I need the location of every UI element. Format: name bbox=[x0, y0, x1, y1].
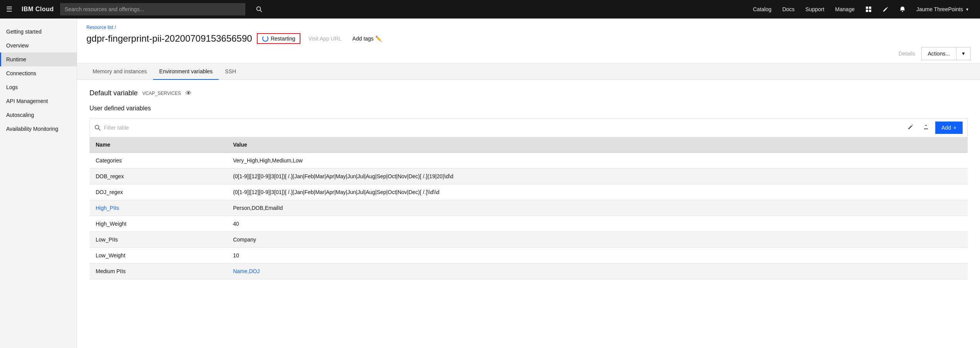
restarting-button[interactable]: Restarting bbox=[257, 33, 301, 44]
table-cell-value: Very_High,High,Medium,Low bbox=[227, 153, 968, 169]
table-row: Low_Weight10 bbox=[89, 248, 968, 264]
add-label: Add bbox=[941, 125, 951, 131]
tabs-row: Memory and instances Environment variabl… bbox=[77, 64, 980, 80]
sidebar-item-runtime[interactable]: Runtime bbox=[0, 52, 77, 66]
table-cell-value[interactable]: Name,DOJ bbox=[227, 264, 968, 279]
search-input[interactable] bbox=[60, 3, 245, 15]
page-header: Resource list / gdpr-fingerprint-pii-202… bbox=[77, 19, 980, 44]
table-cell-value: (0[1-9]|[12][0-9]|3[01])[ /.](Jan|Feb|Ma… bbox=[227, 169, 968, 184]
svg-rect-5 bbox=[869, 10, 871, 12]
table-cell-name: Medium PIIs bbox=[89, 264, 227, 279]
sidebar-item-availability-monitoring[interactable]: Availability Monitoring bbox=[0, 122, 77, 136]
table-row: DOB_regex(0[1-9]|[12][0-9]|3[01])[ /.](J… bbox=[89, 169, 968, 184]
table-row: DOJ_regex(0[1-9]|[12][0-9]|3[01])[ /.](J… bbox=[89, 184, 968, 200]
support-link[interactable]: Support bbox=[801, 0, 829, 19]
column-value-header: Value bbox=[227, 137, 968, 153]
details-link[interactable]: Details bbox=[899, 51, 915, 57]
table-row: High_PIIsPerson,DOB,EmailId bbox=[89, 200, 968, 216]
main-content: Resource list / gdpr-fingerprint-pii-202… bbox=[77, 19, 980, 348]
restarting-spinner-icon bbox=[262, 35, 268, 42]
table-cell-name: DOB_regex bbox=[89, 169, 227, 184]
menu-icon[interactable]: ☰ bbox=[6, 5, 12, 14]
edit-pencil-icon: ✏️ bbox=[375, 35, 382, 42]
header-actions-row: Details Actions... ▼ bbox=[77, 44, 980, 64]
table-cell-value: 40 bbox=[227, 216, 968, 232]
table-cell-name: Low_PIIs bbox=[89, 232, 227, 248]
vcap-badge: VCAP_SERVICES bbox=[142, 91, 181, 96]
sidebar-item-overview[interactable]: Overview bbox=[0, 39, 77, 52]
switcher-icon[interactable] bbox=[861, 0, 876, 19]
content-area: Default variable VCAP_SERVICES 👁 User de… bbox=[77, 80, 980, 289]
resource-list-link[interactable]: Resource list bbox=[86, 25, 113, 30]
table-cell-name: Low_Weight bbox=[89, 248, 227, 264]
visit-app-url-button[interactable]: Visit App URL bbox=[305, 34, 344, 43]
actions-label: Actions... bbox=[922, 47, 957, 60]
tab-memory-instances[interactable]: Memory and instances bbox=[86, 64, 153, 80]
sidebar-item-getting-started[interactable]: Getting started bbox=[0, 25, 77, 39]
edit-icon[interactable] bbox=[878, 0, 893, 19]
default-variable-title: Default variable bbox=[89, 89, 138, 97]
actions-chevron-icon: ▼ bbox=[956, 48, 970, 59]
user-defined-title: User defined variables bbox=[89, 105, 968, 112]
page-title-row: gdpr-fingerprint-pii-20200709153656590 R… bbox=[86, 33, 971, 44]
user-name: Jaume ThreePoints bbox=[916, 6, 963, 12]
table-cell-value: Company bbox=[227, 232, 968, 248]
docs-link[interactable]: Docs bbox=[778, 0, 799, 19]
sidebar-item-connections[interactable]: Connections bbox=[0, 66, 77, 80]
table-row: High_Weight40 bbox=[89, 216, 968, 232]
svg-rect-4 bbox=[866, 10, 868, 12]
svg-line-1 bbox=[260, 10, 262, 12]
table-cell-name: DOJ_regex bbox=[89, 184, 227, 200]
filter-search-icon bbox=[94, 125, 101, 131]
breadcrumb-separator: / bbox=[115, 25, 116, 30]
search-icon bbox=[256, 6, 262, 12]
add-tags-label: Add tags bbox=[353, 35, 374, 42]
add-plus-icon: + bbox=[953, 125, 956, 131]
table-row: Low_PIIsCompany bbox=[89, 232, 968, 248]
user-chevron-icon: ▼ bbox=[965, 7, 969, 12]
table-row: Medium PIIsName,DOJ bbox=[89, 264, 968, 279]
user-menu[interactable]: Jaume ThreePoints ▼ bbox=[912, 0, 974, 19]
svg-rect-2 bbox=[866, 7, 868, 9]
edit-toolbar-icon[interactable] bbox=[904, 122, 917, 133]
page-title: gdpr-fingerprint-pii-20200709153656590 bbox=[86, 33, 252, 44]
upload-toolbar-icon[interactable] bbox=[920, 122, 932, 133]
table-cell-value: 10 bbox=[227, 248, 968, 264]
manage-link[interactable]: Manage bbox=[830, 0, 859, 19]
breadcrumb: Resource list / bbox=[86, 25, 971, 30]
table-cell-value: (0[1-9]|[12][0-9]|3[01])[ /.](Jan|Feb|Ma… bbox=[227, 184, 968, 200]
brand-name: IBM Cloud bbox=[22, 6, 54, 13]
table-cell-name[interactable]: High_PIIs bbox=[89, 200, 227, 216]
sidebar-item-api-management[interactable]: API Management bbox=[0, 94, 77, 108]
restarting-label: Restarting bbox=[271, 35, 295, 42]
env-variables-table: Name Value CategoriesVery_High,High,Medi… bbox=[89, 137, 968, 279]
filter-row: Add + bbox=[89, 118, 968, 137]
column-name-header: Name bbox=[89, 137, 227, 153]
table-cell-value: Person,DOB,EmailId bbox=[227, 200, 968, 216]
catalog-link[interactable]: Catalog bbox=[748, 0, 776, 19]
actions-dropdown[interactable]: Actions... ▼ bbox=[921, 47, 971, 60]
nav-right-links: Catalog Docs Support Manage Jaume ThreeP… bbox=[748, 0, 974, 19]
table-cell-name: Categories bbox=[89, 153, 227, 169]
eye-icon[interactable]: 👁 bbox=[186, 90, 192, 97]
add-button[interactable]: Add + bbox=[935, 122, 963, 134]
svg-point-6 bbox=[95, 125, 99, 129]
table-row: CategoriesVery_High,High,Medium,Low bbox=[89, 153, 968, 169]
tab-env-variables[interactable]: Environment variables bbox=[153, 64, 219, 80]
svg-line-7 bbox=[99, 129, 101, 131]
search-icon-btn[interactable] bbox=[251, 0, 267, 19]
table-cell-name: High_Weight bbox=[89, 216, 227, 232]
svg-rect-3 bbox=[869, 7, 871, 9]
add-tags-button[interactable]: Add tags ✏️ bbox=[349, 34, 385, 43]
tab-ssh[interactable]: SSH bbox=[219, 64, 242, 80]
default-variable-section: Default variable VCAP_SERVICES 👁 bbox=[89, 89, 968, 97]
sidebar: Getting started Overview Runtime Connect… bbox=[0, 19, 77, 348]
sidebar-item-autoscaling[interactable]: Autoscaling bbox=[0, 108, 77, 122]
filter-table-input[interactable] bbox=[104, 125, 901, 131]
page-wrapper: Getting started Overview Runtime Connect… bbox=[0, 19, 980, 348]
top-navigation: ☰ IBM Cloud Catalog Docs Support Manage … bbox=[0, 0, 980, 19]
svg-point-0 bbox=[256, 7, 260, 11]
notification-icon[interactable] bbox=[895, 0, 910, 19]
sidebar-item-logs[interactable]: Logs bbox=[0, 80, 77, 94]
